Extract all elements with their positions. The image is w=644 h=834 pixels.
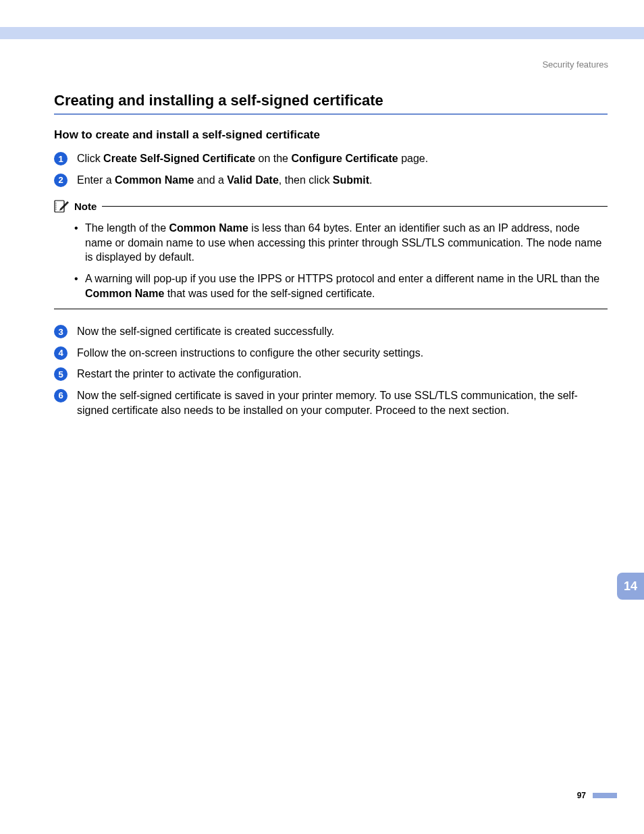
note-body: The length of the Common Name is less th… xyxy=(74,221,608,301)
step-text: Restart the printer to activate the conf… xyxy=(77,367,608,382)
step-number-badge: 4 xyxy=(54,346,68,360)
page-title: Creating and installing a self-signed ce… xyxy=(54,92,608,109)
step-number-badge: 3 xyxy=(54,325,68,338)
step-number-badge: 5 xyxy=(54,367,68,381)
top-header-bar xyxy=(0,27,644,39)
note-header: Note xyxy=(54,199,608,213)
page-number: 97 xyxy=(577,791,586,800)
title-rule xyxy=(54,113,608,115)
footer-accent-bar xyxy=(593,793,617,798)
step-3: 3 Now the self-signed certificate is cre… xyxy=(54,324,608,339)
step-text: Now the self-signed certificate is saved… xyxy=(77,388,608,417)
step-5: 5 Restart the printer to activate the co… xyxy=(54,367,608,382)
step-4: 4 Follow the on-screen instructions to c… xyxy=(54,346,608,361)
note-top-rule xyxy=(102,206,608,207)
step-text: Follow the on-screen instructions to con… xyxy=(77,346,608,361)
note-bottom-rule xyxy=(54,309,608,309)
step-text: Enter a Common Name and a Valid Date, th… xyxy=(77,173,608,188)
page: Security features Creating and installin… xyxy=(0,0,644,834)
note-item: The length of the Common Name is less th… xyxy=(74,221,608,265)
note-item: A warning will pop-up if you use the IPP… xyxy=(74,271,608,301)
step-text: Click Create Self-Signed Certificate on … xyxy=(77,151,608,166)
chapter-tab: 14 xyxy=(617,573,644,600)
step-6: 6 Now the self-signed certificate is sav… xyxy=(54,388,608,417)
step-text: Now the self-signed certificate is creat… xyxy=(77,324,608,339)
note-block: Note The length of the Common Name is le… xyxy=(54,199,608,309)
step-number-badge: 2 xyxy=(54,174,68,187)
step-number-badge: 6 xyxy=(54,389,68,402)
content-area: Creating and installing a self-signed ce… xyxy=(54,92,608,424)
note-label: Note xyxy=(74,201,97,212)
step-1: 1 Click Create Self-Signed Certificate o… xyxy=(54,151,608,166)
step-2: 2 Enter a Common Name and a Valid Date, … xyxy=(54,173,608,188)
step-number-badge: 1 xyxy=(54,152,68,165)
page-footer: 97 xyxy=(577,791,617,800)
running-header: Security features xyxy=(542,59,608,70)
section-subtitle: How to create and install a self-signed … xyxy=(54,128,608,142)
note-icon xyxy=(54,199,70,213)
